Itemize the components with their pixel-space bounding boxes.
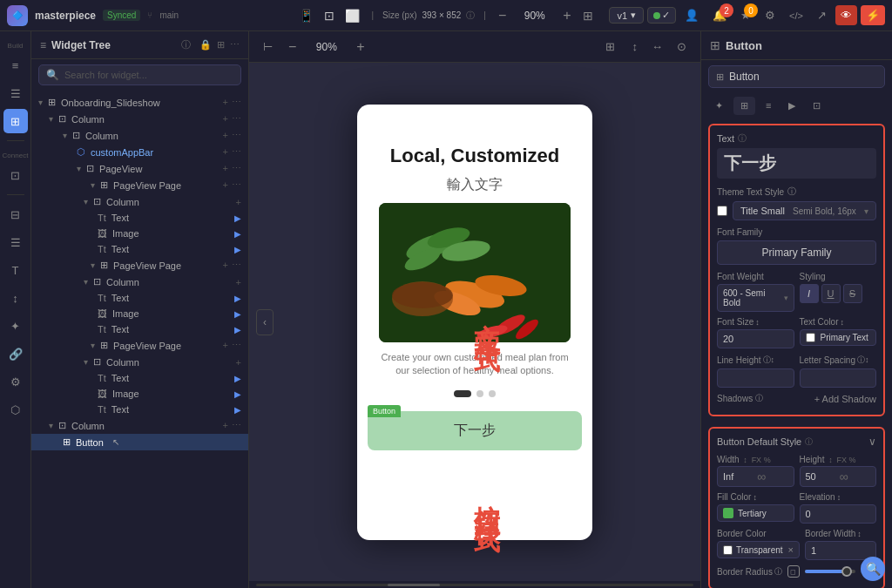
text-color-input[interactable]: Primary Text xyxy=(800,329,877,346)
tool-widgets-btn[interactable]: ≡ xyxy=(3,53,28,78)
tree-item-image-p1[interactable]: 🖼 Image ▶ xyxy=(31,226,248,241)
border-width-input[interactable] xyxy=(805,541,876,560)
tree-item-page3[interactable]: ▾ ⊞ PageView Page + ⋯ xyxy=(31,337,248,354)
tree-item-text-p3[interactable]: Tt Text ▶ xyxy=(31,370,248,386)
font-size-field[interactable] xyxy=(723,334,788,344)
letter-spacing-input[interactable] xyxy=(800,368,877,388)
tool-connect-btn[interactable]: ⊡ xyxy=(3,163,28,187)
share-btn[interactable]: ↗ xyxy=(812,5,832,25)
canvas-toolbar-btn3[interactable]: ⊙ xyxy=(672,37,692,57)
tool-text-btn[interactable]: T xyxy=(3,258,28,282)
tool-grid-btn[interactable]: ⊟ xyxy=(3,202,28,226)
tree-item-text-p1[interactable]: Tt Text ▶ xyxy=(31,210,248,226)
search-box[interactable]: 🔍 xyxy=(38,64,241,85)
tool-layers-btn[interactable]: ☰ xyxy=(3,81,28,105)
width-input[interactable]: ∞ xyxy=(717,466,794,487)
settings-btn[interactable]: ⚙ xyxy=(760,5,780,25)
rp-tab-star[interactable]: ✦ xyxy=(708,97,730,115)
text-value[interactable]: 下一步 xyxy=(717,148,876,179)
tool-settings-btn[interactable]: ⚙ xyxy=(3,369,28,394)
zoom-minus-btn[interactable]: − xyxy=(495,8,510,24)
tree-add-btn[interactable]: + xyxy=(223,113,228,125)
font-size-input[interactable] xyxy=(717,329,794,348)
tree-add-btn[interactable]: + xyxy=(223,340,228,351)
bds-expand-btn[interactable]: ∨ xyxy=(868,436,876,448)
bottom-search-btn[interactable]: 🔍 xyxy=(861,557,885,581)
tree-add-btn[interactable]: + xyxy=(223,130,228,141)
tree-item-page2[interactable]: ▾ ⊞ PageView Page + ⋯ xyxy=(31,257,248,274)
border-color-input[interactable]: Transparent × xyxy=(717,541,800,558)
tree-expand-btn[interactable]: ⋯ xyxy=(232,97,241,108)
tree-item-column-p2[interactable]: ▾ ⊡ Column + xyxy=(31,274,248,290)
slider-thumb[interactable] xyxy=(841,566,852,577)
font-weight-dropdown[interactable]: 600 - Semi Bold ▾ xyxy=(717,284,794,312)
tool-link-btn[interactable]: 🔗 xyxy=(3,341,28,366)
canvas-align-left-btn[interactable]: ⊢ xyxy=(258,37,278,57)
power-btn[interactable]: ⚡ xyxy=(861,5,885,25)
canvas-toolbar-btn1[interactable]: ↕ xyxy=(627,37,644,57)
tree-more-btn[interactable]: ⋯ xyxy=(232,260,241,271)
border-radius-icon[interactable]: ◻ xyxy=(787,565,800,578)
tool-components-btn[interactable]: ⊞ xyxy=(3,109,28,133)
rp-tab-component[interactable]: ⊡ xyxy=(806,97,828,115)
theme-style-dropdown[interactable]: Title Small Semi Bold, 16px ▾ xyxy=(733,201,876,220)
height-input[interactable]: ∞ xyxy=(800,466,877,487)
tree-add-btn[interactable]: + xyxy=(223,163,228,174)
scrollbar-thumb[interactable] xyxy=(388,584,440,586)
device-desktop-btn[interactable]: ⬜ xyxy=(342,6,362,25)
tree-more-btn[interactable]: ⋯ xyxy=(232,340,241,351)
tree-add-btn[interactable]: + xyxy=(236,277,241,287)
tree-more-btn[interactable]: ⋯ xyxy=(232,146,241,158)
border-width-field[interactable] xyxy=(811,545,870,556)
tree-more-btn[interactable]: ⋯ xyxy=(232,179,241,191)
tree-item-column2[interactable]: ▾ ⊡ Column + ⋯ xyxy=(31,127,248,144)
tree-item-page1[interactable]: ▾ ⊞ PageView Page + ⋯ xyxy=(31,177,248,193)
canvas-frame-btn[interactable]: ⊞ xyxy=(600,37,620,57)
device-mobile-btn[interactable]: 📱 xyxy=(296,6,316,25)
tree-add-btn[interactable]: + xyxy=(236,197,241,207)
strikethrough-btn[interactable]: S xyxy=(843,284,862,303)
rp-tab-widget[interactable]: ⊞ xyxy=(733,97,755,115)
line-height-field[interactable] xyxy=(723,373,788,383)
tree-add-btn[interactable]: + xyxy=(236,357,241,368)
height-field[interactable] xyxy=(806,471,836,482)
zoom-plus-btn[interactable]: + xyxy=(559,8,574,24)
zoom-fit-btn[interactable]: ⊞ xyxy=(580,6,596,25)
tree-item-text2-p3[interactable]: Tt Text ▶ xyxy=(31,402,248,417)
tree-add-btn[interactable]: + xyxy=(223,260,228,271)
tree-item-text2-p1[interactable]: Tt Text ▶ xyxy=(31,241,248,257)
tool-hex-btn[interactable]: ⬡ xyxy=(3,397,28,422)
letter-spacing-field[interactable] xyxy=(806,373,871,383)
theme-style-checkbox[interactable] xyxy=(717,206,727,216)
line-height-input[interactable] xyxy=(717,368,794,388)
tree-add-btn[interactable]: + xyxy=(223,146,228,158)
tree-item-image-p2[interactable]: 🖼 Image ▶ xyxy=(31,306,248,321)
tree-more-btn[interactable]: ⋯ xyxy=(232,113,241,125)
tree-item-column1[interactable]: ▾ ⊡ Column + ⋯ xyxy=(31,111,248,127)
border-color-clear[interactable]: × xyxy=(788,544,794,555)
tree-item-column-p3[interactable]: ▾ ⊡ Column + xyxy=(31,354,248,370)
width-field[interactable] xyxy=(723,471,753,482)
border-radius-slider[interactable] xyxy=(805,570,855,573)
rp-name-input[interactable]: ⊞ Button xyxy=(708,65,885,88)
tree-more-btn[interactable]: ⋯ xyxy=(232,130,241,141)
search-input[interactable] xyxy=(64,70,233,80)
tree-add-btn[interactable]: + xyxy=(223,420,228,431)
canvas-zoom-plus[interactable]: + xyxy=(353,39,368,55)
tree-item-text-p2[interactable]: Tt Text ▶ xyxy=(31,290,248,306)
add-shadow-btn[interactable]: + Add Shadow xyxy=(814,394,876,404)
elevation-input[interactable] xyxy=(800,504,877,524)
tree-item-column-p1[interactable]: ▾ ⊡ Column + xyxy=(31,193,248,210)
device-tablet-btn[interactable]: ⊡ xyxy=(321,6,337,25)
tree-item-pageview[interactable]: ▾ ⊡ PageView + ⋯ xyxy=(31,160,248,177)
tree-add-btn[interactable]: + xyxy=(223,97,228,108)
rp-tab-play[interactable]: ▶ xyxy=(781,97,802,115)
tool-list-btn[interactable]: ☰ xyxy=(3,230,28,254)
tree-item-column-bottom[interactable]: ▾ ⊡ Column + ⋯ xyxy=(31,417,248,434)
elevation-field[interactable] xyxy=(806,509,871,519)
tree-add-btn[interactable]: + xyxy=(223,179,228,191)
fill-color-input[interactable]: Tertiary xyxy=(717,504,794,522)
tree-item-slideshow[interactable]: ▾ ⊞ Onboarding_Slideshow + ⋯ xyxy=(31,94,248,111)
tree-item-image-p3[interactable]: 🖼 Image ▶ xyxy=(31,386,248,402)
tree-more-btn[interactable]: ⋯ xyxy=(232,420,241,431)
